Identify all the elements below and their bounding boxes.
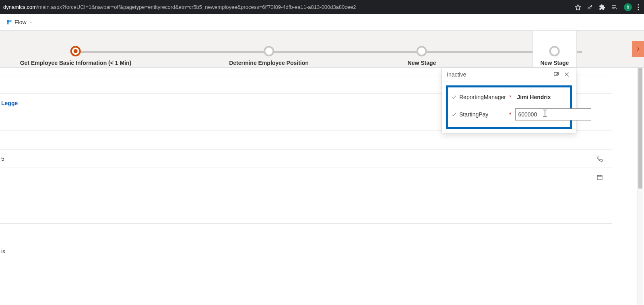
stage-label: Determine Employee Position: [229, 60, 309, 66]
check-icon: [451, 94, 457, 100]
url-domain: dynamics.com: [3, 4, 37, 10]
browser-url[interactable]: dynamics.com/main.aspx?forceUCI=1&navbar…: [3, 4, 575, 10]
calendar-icon[interactable]: [597, 174, 603, 181]
form-row-7[interactable]: [0, 223, 612, 242]
svg-rect-12: [597, 175, 602, 180]
required-indicator: *: [509, 94, 511, 100]
url-path: /main.aspx?forceUCI=1&navbar=off&pagetyp…: [37, 4, 356, 10]
form-row-4[interactable]: 5: [0, 149, 612, 168]
playlist-icon[interactable]: [611, 4, 618, 10]
stage-1[interactable]: Get Employee Basic Information (< 1 Min): [20, 46, 132, 66]
link-legge[interactable]: Legge: [1, 100, 18, 106]
flyout-reporting-manager-row: ReportingManager * Jimi Hendrix: [450, 91, 568, 104]
check-icon: [451, 112, 457, 117]
kebab-menu-icon[interactable]: [638, 4, 639, 10]
stage-flyout-panel: Inactive ReportingManager * Jimi Hendrix…: [442, 68, 576, 133]
svg-point-7: [638, 9, 639, 10]
stage-label: New Stage: [541, 60, 569, 66]
profile-avatar[interactable]: h: [624, 3, 632, 11]
browser-toolbar-icons: h: [575, 3, 641, 11]
required-indicator: *: [509, 111, 511, 118]
reporting-manager-value[interactable]: Jimi Hendrix: [515, 94, 567, 100]
stage-circle-icon: [264, 46, 274, 56]
key-icon[interactable]: [587, 4, 593, 10]
popout-icon[interactable]: [553, 72, 561, 77]
command-bar: Flow: [0, 14, 644, 31]
starting-pay-label: StartingPay: [459, 111, 508, 118]
flyout-starting-pay-row: StartingPay *: [450, 105, 568, 124]
process-line: [76, 51, 582, 53]
browser-address-bar: dynamics.com/main.aspx?forceUCI=1&navbar…: [0, 0, 644, 14]
flyout-header: Inactive: [442, 68, 576, 81]
form-row-5[interactable]: [0, 168, 612, 186]
stage-4[interactable]: New Stage: [541, 46, 569, 66]
flow-label: Flow: [14, 19, 27, 25]
stage-circle-icon: [549, 46, 560, 56]
stage-label: Get Employee Basic Information (< 1 Min): [20, 60, 132, 66]
flyout-status-label: Inactive: [447, 71, 466, 78]
flyout-body: ReportingManager * Jimi Hendrix Starting…: [446, 85, 572, 129]
svg-point-5: [638, 4, 639, 5]
stage-3[interactable]: New Stage: [408, 46, 436, 66]
form-row-8[interactable]: ix: [0, 242, 612, 260]
stage-circle-icon: [70, 46, 81, 56]
process-next-button[interactable]: [632, 41, 644, 57]
close-icon[interactable]: [564, 72, 571, 77]
svg-line-9: [556, 73, 558, 75]
section-gap-2: [0, 186, 644, 205]
extensions-icon[interactable]: [599, 4, 605, 10]
phone-icon[interactable]: [597, 156, 603, 162]
stage-circle-icon: [417, 46, 427, 56]
reporting-manager-label: ReportingManager: [459, 94, 508, 100]
cell-value-ix: ix: [1, 248, 5, 254]
stage-2[interactable]: Determine Employee Position: [229, 46, 309, 66]
cell-value-5: 5: [1, 156, 4, 162]
svg-point-6: [638, 6, 639, 8]
avatar-letter: h: [627, 4, 630, 10]
form-row-6[interactable]: [0, 205, 612, 223]
flow-icon: [6, 19, 12, 25]
svg-marker-0: [575, 4, 580, 10]
stage-label: New Stage: [408, 60, 436, 66]
vertical-scrollbar[interactable]: [637, 68, 643, 305]
chevron-down-icon: [29, 20, 33, 24]
star-icon[interactable]: [575, 4, 581, 10]
business-process-bar: Get Employee Basic Information (< 1 Min)…: [0, 31, 644, 68]
scrollbar-thumb[interactable]: [638, 68, 642, 189]
starting-pay-input[interactable]: [515, 108, 591, 120]
flow-button[interactable]: Flow: [3, 17, 36, 27]
